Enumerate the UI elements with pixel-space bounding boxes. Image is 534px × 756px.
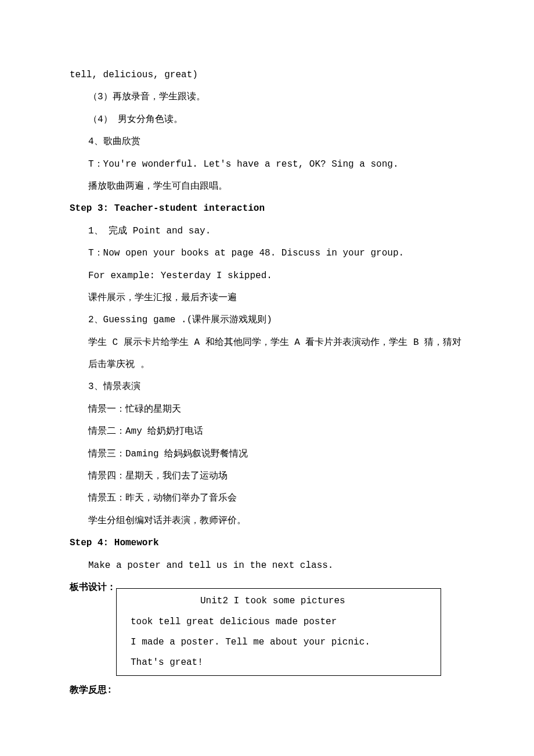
teaching-reflection-label: 教学反思: [70,679,464,701]
text-line: （3）再放录音，学生跟读。 [70,86,464,108]
board-design-box: Unit2 I took some pictures took tell gre… [116,588,441,676]
text-line: 4、歌曲欣赏 [70,131,464,153]
board-row: That's great! [131,653,427,673]
document-page: tell, delicious, great) （3）再放录音，学生跟读。 （4… [0,0,534,756]
text-line: tell, delicious, great) [70,64,464,86]
text-line: For example: Yesterday I skipped. [70,265,464,287]
text-line: 1、 完成 Point and say. [70,220,464,242]
text-line: T：Now open your books at page 48. Discus… [70,242,464,264]
text-line: T：You're wonderful. Let's have a rest, O… [70,153,464,175]
board-design-label: 板书设计： [70,582,116,593]
section-heading-step4: Step 4: Homework [70,532,464,554]
board-row: took tell great delicious made poster [131,612,427,632]
text-line: （4） 男女分角色读。 [70,109,464,131]
text-line: 2、Guessing game .(课件展示游戏规则) [70,309,464,331]
text-line: 学生分组创编对话并表演，教师评价。 [70,510,464,532]
text-line: 情景一：忙碌的星期天 [70,398,464,420]
text-line: 3、情景表演 [70,376,464,398]
text-line: 播放歌曲两遍，学生可自由跟唱。 [70,175,464,197]
text-line: 情景四：星期天，我们去了运动场 [70,465,464,487]
text-line: 情景三：Daming 给妈妈叙说野餐情况 [70,443,464,465]
section-heading-step3: Step 3: Teacher-student interaction [70,197,464,219]
text-line: 学生 C 展示卡片给学生 A 和给其他同学，学生 A 看卡片并表演动作，学生 B… [70,332,464,376]
board-design-row: 板书设计： [70,577,464,599]
text-line: 情景二：Amy 给奶奶打电话 [70,420,464,442]
text-line: Make a poster and tell us in the next cl… [70,555,464,577]
text-line: 情景五：昨天，动物们举办了音乐会 [70,487,464,509]
text-line: 课件展示，学生汇报，最后齐读一遍 [70,287,464,309]
board-row: I made a poster. Tell me about your picn… [131,632,427,653]
